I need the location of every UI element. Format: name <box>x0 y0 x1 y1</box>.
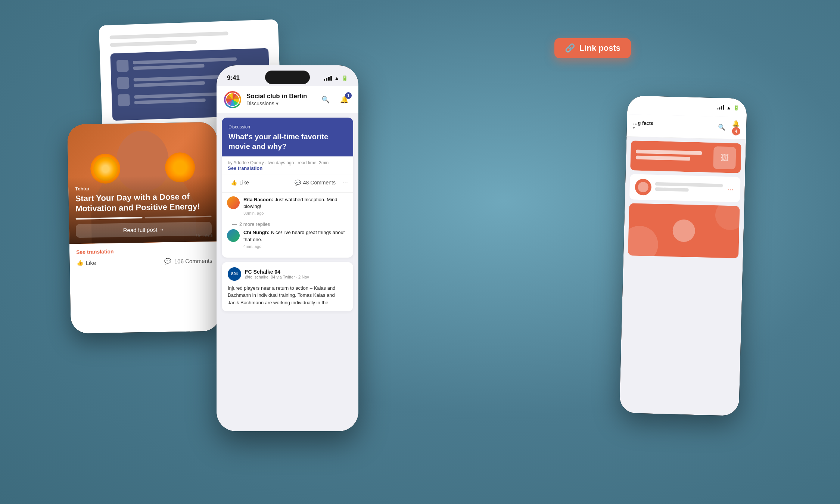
progress-bar-2 <box>144 216 211 218</box>
status-time: 9:41 <box>227 74 240 82</box>
schalke-name: FC Schalke 04 <box>245 269 347 275</box>
phone-content: Discussion What's your all-time favorite… <box>217 113 358 431</box>
comment-bubble-1: Rita Racoon: Just watched Inception. Min… <box>243 196 348 215</box>
more-options-button[interactable]: ··· <box>342 179 348 187</box>
article-title: Start Your Day with a Dose of Motivation… <box>75 192 211 214</box>
comment-text-1: Rita Racoon: Just watched Inception. Min… <box>243 196 348 210</box>
right-card-avatar <box>635 179 651 196</box>
article-image: Unsplash Tchop Start Your Day with a Dos… <box>67 122 219 244</box>
like-button[interactable]: 👍 Like <box>76 259 96 266</box>
comments-count: 106 Comments <box>174 257 212 264</box>
group-avatar <box>224 91 241 108</box>
signal-icon <box>324 75 332 81</box>
right-notif-btn[interactable]: 🔔 4 <box>732 120 740 136</box>
schalke-info: FC Schalke 04 @fc_schalke_04 via Twitter… <box>245 269 347 279</box>
right-card-orange-bottom <box>628 203 740 258</box>
progress-bars <box>76 216 212 220</box>
link-icon: 🔗 <box>565 43 575 53</box>
block-square-1 <box>116 60 129 72</box>
schalke-logo: S04 <box>228 267 241 281</box>
discussion-post-card: Discussion What's your all-time favorite… <box>222 118 353 258</box>
post-actions: 👍 Like 💬 48 Comments ··· <box>222 174 353 192</box>
search-button[interactable]: 🔍 <box>319 93 332 106</box>
image-icon: 🖼 <box>721 153 729 163</box>
right-battery-icon: 🔋 <box>733 105 739 111</box>
see-translation-link-bottom[interactable]: See translation <box>76 247 212 255</box>
block-square-3 <box>118 94 130 106</box>
decorative-circle-2 <box>715 203 740 230</box>
search-icon: 🔍 <box>321 96 330 104</box>
comment-icon: 💬 <box>164 258 171 265</box>
right-signal-icon <box>717 105 724 109</box>
center-circle <box>672 219 696 242</box>
comments-button[interactable]: 💬 106 Comments <box>164 257 212 265</box>
comment-author-1: Rita Racoon: <box>243 197 275 202</box>
right-card-thumbnail: 🖼 <box>713 146 736 169</box>
notification-badge: 1 <box>345 92 352 99</box>
phone-left: Unsplash Tchop Start Your Day with a Dos… <box>67 122 220 334</box>
header-actions: 🔍 🔔 1 <box>319 93 351 106</box>
article-bottom: See translation 👍 Like 💬 106 Comments <box>69 242 219 272</box>
right-status-bar: ▲ 🔋 <box>627 96 747 117</box>
comment-icon: 💬 <box>295 180 301 186</box>
skeleton-line-1 <box>110 31 228 39</box>
article-overlay: Tchop Start Your Day with a Dose of Moti… <box>68 175 219 244</box>
like-button[interactable]: 👍 Like <box>227 177 253 188</box>
discussion-tag: Discussion <box>228 124 346 130</box>
group-avatar-inner <box>225 93 240 107</box>
schalke-text: Injured players near a return to action … <box>228 284 347 307</box>
right-card-row: ··· <box>629 174 741 202</box>
block-line <box>134 99 206 105</box>
block-square-2 <box>117 77 129 89</box>
schalke-header: S04 FC Schalke 04 @fc_schalke_04 via Twi… <box>228 267 347 281</box>
right-search-icon[interactable]: 🔍 <box>718 124 725 131</box>
comments-count-label: 48 Comments <box>303 180 336 186</box>
thumbs-up-icon: 👍 <box>76 259 83 266</box>
discussion-title: What's your all-time favorite movie and … <box>228 132 346 151</box>
battery-icon: 🔋 <box>342 75 348 81</box>
comment-item-2: Chi Nungh: Nice! I've heard great things… <box>227 229 348 248</box>
right-wifi-icon: ▲ <box>726 105 731 110</box>
comment-bubble-2: Chi Nungh: Nice! I've heard great things… <box>243 229 348 248</box>
block-line <box>134 81 205 87</box>
read-full-button[interactable]: Read full post → <box>76 222 212 238</box>
link-posts-badge[interactable]: 🔗 Link posts <box>554 38 631 58</box>
block-line <box>133 57 237 65</box>
dynamic-island <box>265 71 310 84</box>
right-notification-badge: 4 <box>732 127 740 136</box>
progress-bar-1 <box>76 217 143 220</box>
right-more-options-button[interactable]: ··· <box>726 184 735 195</box>
chevron-down-icon: ▾ <box>276 100 279 106</box>
article-category: Tchop <box>75 184 211 192</box>
comment-avatar-1 <box>227 196 240 209</box>
post-meta: by Adorlee Querry · two days ago · read … <box>222 156 353 174</box>
group-sub[interactable]: Discussions ▾ <box>246 100 314 106</box>
link-posts-label: Link posts <box>579 43 620 53</box>
more-replies-label: 2 more replies <box>239 221 270 227</box>
right-orange-bar: 🖼 <box>630 140 741 173</box>
wifi-icon: ▲ <box>334 75 339 81</box>
comment-text-2: Chi Nungh: Nice! I've heard great things… <box>243 229 348 243</box>
comment-time-1: 30min. ago <box>243 211 348 215</box>
comment-item-1: Rita Racoon: Just watched Inception. Min… <box>227 196 348 215</box>
post-meta-text: by Adorlee Querry · two days ago · read … <box>228 160 329 165</box>
comment-avatar-2 <box>227 229 240 242</box>
group-name: Social club in Berlin <box>246 93 314 100</box>
right-content: 🖼 ··· <box>623 137 746 262</box>
comment-time-2: 4min. ago <box>243 244 348 249</box>
group-info: Social club in Berlin Discussions ▾ <box>246 93 314 106</box>
skeleton-line-2 <box>110 40 197 47</box>
right-card-info <box>655 182 723 195</box>
right-card-2: ··· <box>629 174 741 202</box>
see-translation-link[interactable]: See translation <box>228 165 262 171</box>
right-bell-icon: 🔔 <box>732 120 740 127</box>
decorative-circle-1 <box>628 225 659 258</box>
notifications-button[interactable]: 🔔 1 <box>337 93 351 106</box>
phone-header: Social club in Berlin Discussions ▾ 🔍 🔔 … <box>217 86 358 113</box>
status-icons: ▲ 🔋 <box>324 75 348 81</box>
schalke-meta: @fc_schalke_04 via Twitter · 2 Nov <box>245 275 347 279</box>
right-card-1: 🖼 <box>630 140 741 173</box>
comments-button[interactable]: 💬 48 Comments <box>291 177 339 188</box>
more-replies[interactable]: — 2 more replies <box>227 219 348 229</box>
discussion-header: Discussion What's your all-time favorite… <box>222 118 353 156</box>
